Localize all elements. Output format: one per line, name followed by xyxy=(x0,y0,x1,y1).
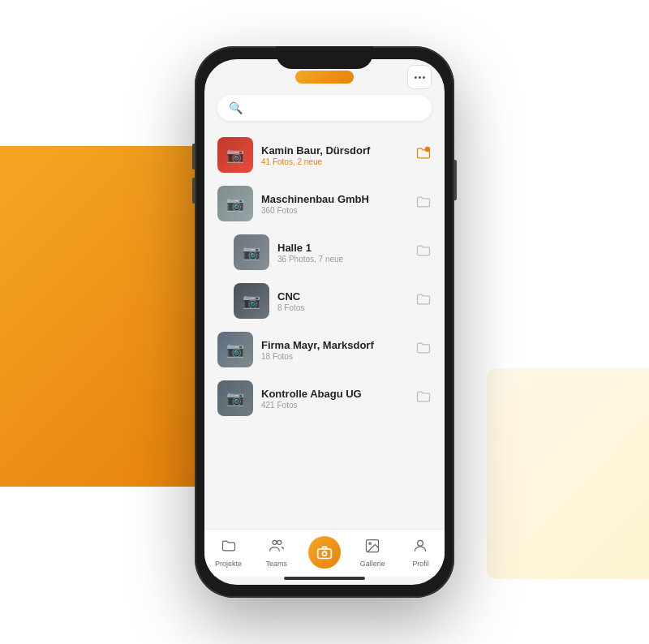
project-info: Firma Mayr, Marksdorf18 Fotos xyxy=(261,339,415,361)
folder-icon xyxy=(415,194,432,213)
nav-label-teams: Teams xyxy=(266,560,288,568)
folder-icon xyxy=(415,145,432,165)
svg-point-6 xyxy=(369,542,372,544)
svg-rect-3 xyxy=(318,549,332,559)
app-content: 🔍 📷Kamin Baur, Dürsdorf41 Fotos, 2 neue📷… xyxy=(204,59,445,585)
nav-icon-teams xyxy=(268,538,286,558)
nav-icon-projekte xyxy=(221,538,237,558)
volume-down-button xyxy=(192,178,195,204)
nav-item-teams[interactable]: Teams xyxy=(252,538,300,568)
project-info: Maschinenbau GmbH360 Fotos xyxy=(261,193,415,215)
svg-point-0 xyxy=(425,147,431,152)
svg-point-4 xyxy=(323,552,327,556)
project-thumbnail: 📷 xyxy=(217,332,253,367)
project-info: Halle 136 Photos, 7 neue xyxy=(277,242,415,264)
volume-up-button xyxy=(192,144,195,170)
nav-label-gallerie: Gallerie xyxy=(360,560,385,568)
svg-point-7 xyxy=(418,540,423,546)
project-info: Kamin Baur, Dürsdorf41 Fotos, 2 neue xyxy=(261,144,415,166)
nav-item-profil[interactable]: Profil xyxy=(397,538,445,568)
phone-frame: 🔍 📷Kamin Baur, Dürsdorf41 Fotos, 2 neue📷… xyxy=(195,46,454,598)
project-list: 📷Kamin Baur, Dürsdorf41 Fotos, 2 neue📷Ma… xyxy=(204,127,445,529)
project-meta: 421 Fotos xyxy=(261,401,415,410)
list-item[interactable]: 📷CNC8 Fotos xyxy=(204,277,445,325)
project-thumbnail: 📷 xyxy=(217,186,253,221)
folder-icon xyxy=(415,389,432,408)
nav-item-camera[interactable] xyxy=(300,536,348,569)
nav-icon-profil xyxy=(412,538,428,558)
nav-label-projekte: Projekte xyxy=(215,560,242,568)
project-name: CNC xyxy=(277,290,415,303)
project-meta: 41 Fotos, 2 neue xyxy=(261,157,415,166)
project-name: Firma Mayr, Marksdorf xyxy=(261,339,415,351)
home-indicator xyxy=(284,577,365,580)
list-item[interactable]: 📷Firma Mayr, Marksdorf18 Fotos xyxy=(204,325,445,374)
project-thumbnail: 📷 xyxy=(234,234,269,270)
power-button xyxy=(454,160,457,200)
list-item[interactable]: 📷Maschinenbau GmbH360 Fotos xyxy=(204,179,445,228)
project-meta: 8 Fotos xyxy=(277,303,415,312)
bg-cream-decoration xyxy=(487,368,649,579)
list-item[interactable]: 📷Halle 136 Photos, 7 neue xyxy=(204,228,445,277)
bottom-navigation: ProjekteTeamsGallerieProfil xyxy=(204,529,445,577)
bg-orange-decoration xyxy=(0,146,211,487)
phone-screen: 🔍 📷Kamin Baur, Dürsdorf41 Fotos, 2 neue📷… xyxy=(204,59,445,585)
project-meta: 36 Photos, 7 neue xyxy=(277,255,415,264)
folder-icon xyxy=(415,291,432,311)
project-meta: 360 Fotos xyxy=(261,206,415,215)
folder-icon xyxy=(415,340,432,359)
project-thumbnail: 📷 xyxy=(217,137,253,173)
nav-icon-camera xyxy=(308,536,341,569)
more-options-button[interactable] xyxy=(407,65,432,89)
nav-label-profil: Profil xyxy=(412,560,429,568)
nav-item-gallerie[interactable]: Gallerie xyxy=(349,538,397,568)
folder-icon xyxy=(415,243,432,262)
svg-point-1 xyxy=(273,540,277,544)
nav-item-projekte[interactable]: Projekte xyxy=(204,538,252,568)
more-icon xyxy=(415,76,425,79)
project-name: Halle 1 xyxy=(277,242,415,254)
nav-icon-gallerie xyxy=(364,538,380,558)
project-name: Kontrolle Abagu UG xyxy=(261,388,415,400)
project-name: Kamin Baur, Dürsdorf xyxy=(261,144,415,157)
project-name: Maschinenbau GmbH xyxy=(261,193,415,205)
project-info: Kontrolle Abagu UG421 Fotos xyxy=(261,388,415,410)
project-info: CNC8 Fotos xyxy=(277,290,415,312)
list-item[interactable]: 📷Kontrolle Abagu UG421 Fotos xyxy=(204,374,445,423)
project-thumbnail: 📷 xyxy=(234,283,269,319)
svg-point-2 xyxy=(277,540,282,544)
list-item[interactable]: 📷Kamin Baur, Dürsdorf41 Fotos, 2 neue xyxy=(204,131,445,179)
project-thumbnail: 📷 xyxy=(217,380,253,416)
header-title xyxy=(295,71,354,84)
search-icon: 🔍 xyxy=(229,101,243,114)
search-bar[interactable]: 🔍 xyxy=(217,95,432,121)
phone-notch xyxy=(276,46,373,69)
project-meta: 18 Fotos xyxy=(261,352,415,361)
